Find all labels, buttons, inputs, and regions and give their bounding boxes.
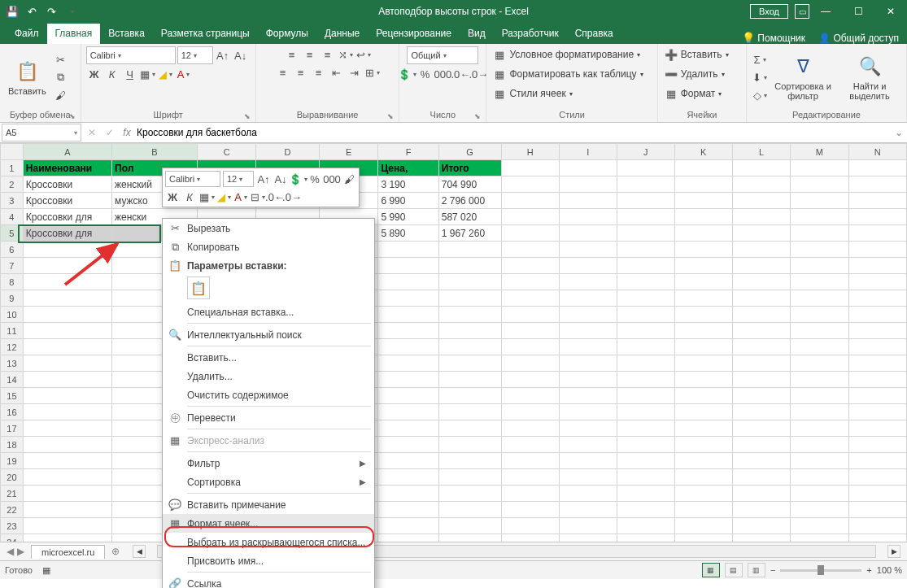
cell[interactable] xyxy=(23,307,111,323)
cell[interactable] xyxy=(848,193,906,209)
ctx-paste-special[interactable]: Специальная вставка... xyxy=(163,303,374,321)
cell[interactable] xyxy=(501,176,559,193)
mini-increase-font-icon[interactable]: A↑ xyxy=(256,172,271,186)
cell[interactable] xyxy=(501,420,559,437)
sheet-tab[interactable]: microexcel.ru xyxy=(31,545,105,559)
row-header[interactable]: 4 xyxy=(1,209,24,225)
cell[interactable]: Кроссовки xyxy=(23,176,111,193)
mini-dec-decimal-icon[interactable]: .0→ xyxy=(285,189,299,204)
expand-formula-icon[interactable]: ⌄ xyxy=(891,127,907,138)
cell[interactable] xyxy=(378,274,438,290)
cell[interactable]: Кроссовки для xyxy=(23,209,111,225)
cell[interactable] xyxy=(378,518,438,534)
cell[interactable] xyxy=(438,534,501,542)
mini-format-painter-icon[interactable]: 🖌 xyxy=(342,172,356,186)
undo-icon[interactable]: ↶ xyxy=(24,4,39,19)
cell[interactable] xyxy=(378,323,438,339)
cell[interactable] xyxy=(378,469,438,486)
cell[interactable] xyxy=(674,518,732,534)
insert-cells-button[interactable]: ➕Вставить▾ xyxy=(663,46,729,63)
cell[interactable]: 5 990 xyxy=(378,209,438,225)
ribbon-options-icon[interactable]: ▭ xyxy=(795,4,809,19)
cell[interactable] xyxy=(438,486,501,502)
ctx-smart-lookup[interactable]: 🔍Интеллектуальный поиск xyxy=(163,325,374,344)
row-header[interactable]: 2 xyxy=(1,176,24,193)
cell[interactable] xyxy=(617,372,674,388)
close-button[interactable]: ✕ xyxy=(874,0,907,23)
confirm-icon[interactable]: ✓ xyxy=(101,127,119,138)
cell[interactable] xyxy=(23,323,111,339)
sort-filter-button[interactable]: ᐁ Сортировка и фильтр xyxy=(771,52,835,102)
mini-comma-icon[interactable]: 000 xyxy=(325,172,339,186)
cell[interactable] xyxy=(617,307,674,323)
cell[interactable] xyxy=(501,469,559,486)
mini-italic-button[interactable]: К xyxy=(182,189,197,204)
cell[interactable] xyxy=(791,502,848,518)
cell[interactable] xyxy=(438,453,501,469)
cell[interactable]: 3 190 xyxy=(378,176,438,193)
cell[interactable] xyxy=(378,502,438,518)
row-header[interactable]: 22 xyxy=(1,502,24,518)
cell[interactable] xyxy=(848,404,906,420)
indent-increase-icon[interactable]: ⇥ xyxy=(347,64,363,81)
cell[interactable] xyxy=(501,274,559,290)
increase-font-icon[interactable]: A↑ xyxy=(215,47,231,63)
cell[interactable] xyxy=(23,388,111,404)
cell[interactable] xyxy=(559,534,617,542)
cell[interactable] xyxy=(732,534,790,542)
col-header[interactable]: G xyxy=(438,144,501,160)
cell[interactable] xyxy=(791,437,848,453)
cell[interactable] xyxy=(438,339,501,355)
cell[interactable] xyxy=(674,534,732,542)
increase-decimal-icon[interactable]: .0← xyxy=(452,66,469,82)
cell[interactable] xyxy=(732,176,790,193)
ctx-insert[interactable]: Вставить... xyxy=(163,348,374,367)
cell[interactable] xyxy=(848,225,906,242)
cell[interactable] xyxy=(791,534,848,542)
redo-icon[interactable]: ↷ xyxy=(44,4,59,19)
row-header[interactable]: 7 xyxy=(1,258,24,274)
cell[interactable] xyxy=(674,290,732,307)
ctx-filter[interactable]: Фильтр▶ xyxy=(163,454,374,473)
cell[interactable] xyxy=(732,160,790,176)
find-select-button[interactable]: 🔍 Найти и выделить xyxy=(838,52,901,102)
cell[interactable] xyxy=(848,160,906,176)
cell[interactable] xyxy=(791,225,848,242)
cell[interactable]: Цена, xyxy=(378,160,438,176)
cell[interactable] xyxy=(559,193,617,209)
cell[interactable] xyxy=(732,209,790,225)
new-sheet-button[interactable]: ⊕ xyxy=(105,546,126,557)
ctx-define-name[interactable]: Присвоить имя... xyxy=(163,551,374,570)
cell[interactable] xyxy=(378,372,438,388)
font-size-select[interactable]: 12 xyxy=(177,46,213,64)
row-header[interactable]: 9 xyxy=(1,290,24,307)
cell[interactable]: 704 990 xyxy=(438,176,501,193)
align-left-icon[interactable]: ≡ xyxy=(275,64,291,81)
cell[interactable] xyxy=(501,258,559,274)
cell[interactable] xyxy=(559,453,617,469)
underline-button[interactable]: Ч xyxy=(122,66,138,82)
mini-merge-icon[interactable]: ⊟ xyxy=(251,189,265,204)
cell[interactable] xyxy=(23,453,111,469)
ctx-sort[interactable]: Сортировка▶ xyxy=(163,473,374,491)
cell[interactable] xyxy=(23,339,111,355)
ctx-comment[interactable]: 💬Вставить примечание xyxy=(163,495,374,514)
cell[interactable]: 1 967 260 xyxy=(438,225,501,242)
col-header[interactable]: E xyxy=(319,144,378,160)
cell[interactable]: 587 020 xyxy=(438,209,501,225)
cell[interactable] xyxy=(732,502,790,518)
cell[interactable] xyxy=(23,420,111,437)
ctx-delete[interactable]: Удалить... xyxy=(163,367,374,385)
dialog-launcher-icon[interactable]: ⬊ xyxy=(69,112,76,120)
cell[interactable] xyxy=(23,404,111,420)
cell[interactable] xyxy=(674,242,732,258)
cell[interactable] xyxy=(732,453,790,469)
cell[interactable] xyxy=(559,274,617,290)
cell[interactable] xyxy=(617,160,674,176)
align-center-icon[interactable]: ≡ xyxy=(293,64,309,81)
row-header[interactable]: 19 xyxy=(1,453,24,469)
cell[interactable] xyxy=(438,258,501,274)
cell[interactable] xyxy=(791,486,848,502)
col-header[interactable]: N xyxy=(848,144,906,160)
comma-icon[interactable]: 000 xyxy=(434,66,451,82)
